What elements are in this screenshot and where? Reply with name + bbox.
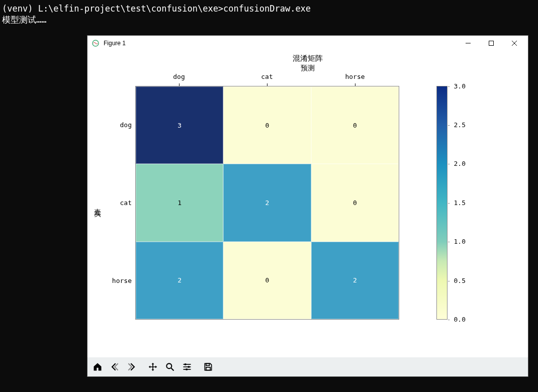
colorbar-tick-2: 2.0 [447,160,466,167]
plot-title: 混淆矩阵 [87,54,528,63]
plot-xlabel: 预测 [87,64,528,73]
terminal-line-2: 模型测试…… [2,14,536,25]
svg-point-5 [166,363,171,368]
titlebar: Figure 1 [87,36,528,51]
cell-0-1: 0 [223,86,311,164]
colorbar-tick-4: 1.0 [447,238,466,245]
minimize-button[interactable] [457,36,480,51]
colorbar-tick-6: 0.0 [447,316,466,323]
window-title: Figure 1 [104,40,457,47]
app-icon [92,39,100,47]
matplotlib-toolbar [87,357,528,376]
cell-0-0: 3 [136,86,223,164]
svg-rect-12 [186,368,188,370]
cell-2-0: 2 [136,242,223,319]
pan-icon[interactable] [145,359,161,375]
svg-rect-2 [489,41,494,46]
forward-icon[interactable] [124,359,140,375]
terminal-line-1: (venv) L:\elfin-project\test\confusion\e… [2,3,536,14]
configure-icon[interactable] [179,359,195,375]
figure-window: Figure 1 混淆矩阵 预测 真实 dog cat horse [87,35,528,377]
chart-container: 混淆矩阵 预测 真实 dog cat horse dog cat horse 3… [87,51,528,357]
window-controls [457,36,526,51]
close-button[interactable] [503,36,526,51]
cell-1-0: 1 [136,164,223,241]
svg-rect-13 [206,363,210,365]
plot-ylabel: 真实 [93,203,102,205]
cell-0-2: 0 [311,86,399,164]
svg-rect-10 [188,366,190,367]
cell-1-1: 2 [223,164,311,241]
home-icon[interactable] [89,359,106,375]
svg-line-6 [171,368,174,371]
row-label-1: cat [102,199,132,207]
cell-2-1: 0 [223,242,311,319]
colorbar [436,86,447,320]
colorbar-tick-5: 0.5 [447,277,466,284]
col-label-1: cat [252,73,282,80]
col-label-2: horse [340,73,370,80]
col-label-0: dog [164,73,194,80]
back-icon[interactable] [107,359,123,375]
colorbar-tick-1: 2.5 [447,121,466,129]
row-label-0: dog [102,121,132,129]
save-icon[interactable] [200,359,216,375]
plot-area: 混淆矩阵 预测 真实 dog cat horse dog cat horse 3… [87,51,528,357]
maximize-button[interactable] [480,36,503,51]
cell-2-2: 2 [311,242,399,319]
row-label-2: horse [102,277,132,284]
terminal-output: (venv) L:\elfin-project\test\confusion\e… [0,0,538,28]
colorbar-tick-0: 3.0 [447,82,466,90]
zoom-icon[interactable] [162,359,178,375]
cell-1-2: 0 [311,164,399,241]
colorbar-tick-3: 1.5 [447,199,466,207]
confusion-matrix: 3 0 0 1 2 0 2 0 2 [135,86,399,320]
svg-rect-14 [206,367,210,370]
svg-rect-8 [185,363,186,365]
